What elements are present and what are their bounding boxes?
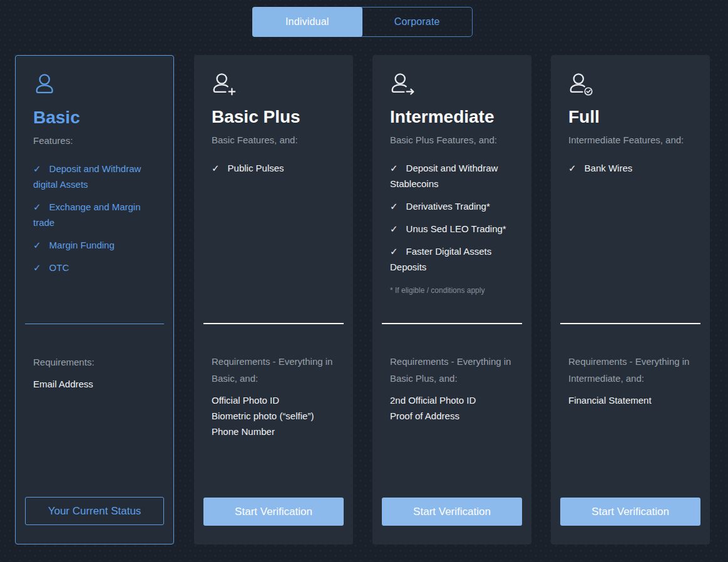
requirement-item: Financial Statement	[568, 392, 696, 408]
person-icon	[33, 72, 59, 98]
requirements-heading: Requirements - Everything in Basic, and:	[212, 353, 339, 387]
card-full: Full Intermediate Features, and: ✓Bank W…	[551, 55, 710, 544]
feature-item: ✓Deposit and Withdraw digital Assets	[33, 161, 158, 192]
card-subtitle: Basic Features, and:	[212, 133, 338, 146]
card-intermediate: Intermediate Basic Plus Features, and: ✓…	[372, 55, 531, 544]
card-subtitle: Intermediate Features, and:	[568, 133, 695, 146]
feature-list: ✓Deposit and Withdraw Stablecoins ✓Deriv…	[390, 160, 516, 275]
person-add-icon	[212, 71, 238, 98]
feature-item: ✓Public Pulses	[212, 160, 338, 176]
check-icon: ✓	[212, 160, 220, 176]
feature-item: ✓Exchange and Margin trade	[33, 199, 158, 230]
card-title: Basic Plus	[212, 106, 338, 128]
feature-list: ✓Bank Wires	[568, 160, 695, 176]
start-verification-button[interactable]: Start Verification	[203, 498, 344, 526]
card-subtitle: Basic Plus Features, and:	[390, 133, 516, 146]
requirements-section: Requirements: Email Address	[33, 354, 160, 392]
feature-item: ✓Deposit and Withdraw Stablecoins	[390, 160, 516, 192]
card-basic-plus-top: Basic Plus Basic Features, and: ✓Public …	[194, 55, 353, 176]
card-title: Full	[568, 106, 695, 128]
card-basic-plus: Basic Plus Basic Features, and: ✓Public …	[194, 55, 353, 544]
check-icon: ✓	[33, 237, 41, 253]
divider	[560, 323, 700, 324]
requirements-section: Requirements - Everything in Basic Plus,…	[390, 353, 518, 424]
requirements-heading: Requirements:	[33, 354, 160, 370]
divider	[382, 323, 522, 324]
requirements-section: Requirements - Everything in Basic, and:…	[212, 353, 339, 439]
feature-item: ✓Margin Funding	[33, 237, 158, 253]
tab-corporate[interactable]: Corporate	[362, 8, 473, 36]
requirements-heading: Requirements - Everything in Basic Plus,…	[390, 353, 518, 387]
feature-item: ✓OTC	[33, 260, 158, 275]
card-basic-top: Basic Features: ✓Deposit and Withdraw di…	[16, 56, 173, 275]
feature-item: ✓Faster Digital Assets Deposits	[390, 243, 516, 275]
check-icon: ✓	[568, 160, 577, 176]
requirements-heading: Requirements - Everything in Intermediat…	[568, 353, 696, 387]
check-icon: ✓	[33, 161, 41, 176]
check-icon: ✓	[33, 260, 41, 275]
card-subtitle: Features:	[33, 134, 158, 147]
person-check-icon	[568, 71, 595, 98]
divider	[25, 324, 164, 324]
feature-item: ✓Unus Sed LEO Trading*	[390, 221, 516, 237]
requirements-section: Requirements - Everything in Intermediat…	[568, 353, 696, 408]
feature-list: ✓Deposit and Withdraw digital Assets ✓Ex…	[33, 161, 158, 275]
start-verification-button[interactable]: Start Verification	[560, 498, 700, 526]
requirement-item: 2nd Official Photo ID	[390, 392, 518, 408]
card-title: Intermediate	[390, 106, 516, 128]
requirement-item: Official Photo ID	[212, 392, 339, 408]
account-type-toggle: Individual Corporate	[252, 7, 473, 37]
divider	[203, 323, 344, 324]
tab-individual[interactable]: Individual	[252, 7, 362, 37]
feature-list: ✓Public Pulses	[212, 160, 338, 176]
feature-item: ✓Derivatives Trading*	[390, 198, 516, 214]
check-icon: ✓	[390, 198, 398, 214]
current-status-button[interactable]: Your Current Status	[25, 497, 164, 525]
check-icon: ✓	[390, 243, 398, 259]
start-verification-button[interactable]: Start Verification	[382, 498, 522, 526]
card-full-top: Full Intermediate Features, and: ✓Bank W…	[551, 55, 710, 176]
requirement-item: Email Address	[33, 376, 160, 392]
requirement-item: Phone Number	[212, 424, 339, 439]
card-basic: Basic Features: ✓Deposit and Withdraw di…	[15, 55, 174, 544]
requirement-item: Biometric photo (“selfie”)	[212, 408, 339, 424]
check-icon: ✓	[390, 160, 398, 176]
requirement-item: Proof of Address	[390, 408, 518, 424]
card-intermediate-top: Intermediate Basic Plus Features, and: ✓…	[372, 55, 531, 295]
feature-item: ✓Bank Wires	[568, 160, 695, 176]
eligibility-footnote: * If eligible / conditions apply	[390, 286, 516, 295]
check-icon: ✓	[390, 221, 398, 237]
person-arrow-icon	[390, 71, 416, 98]
card-title: Basic	[33, 107, 158, 128]
check-icon: ✓	[33, 199, 41, 215]
